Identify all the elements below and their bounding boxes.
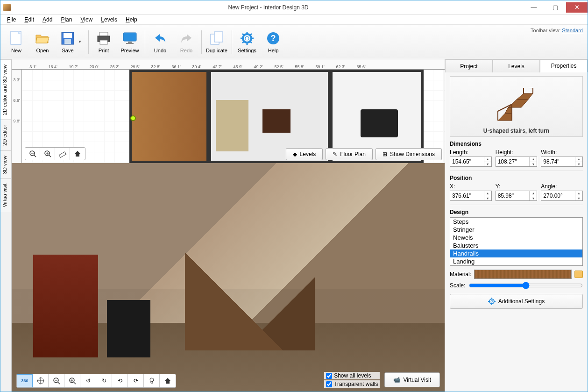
design-components-list[interactable]: Steps Stringer Newels Balusters Handrail… — [450, 217, 583, 266]
floorplan-button[interactable]: ✎Floor Plan — [326, 148, 373, 160]
svg-line-29 — [49, 155, 51, 157]
toolbar-view-link[interactable]: Standard — [562, 28, 583, 33]
browse-material-button[interactable] — [574, 271, 583, 278]
titlebar: New Project - Interior Design 3D — ▢ ✕ — [0, 0, 588, 14]
material-label: Material: — [450, 271, 471, 278]
minimize-button[interactable]: — — [523, 2, 545, 13]
camera-icon: 📹 — [393, 377, 400, 383]
render-3d-view[interactable]: 360 ↺ ↻ ⟲ ⟳ Show all levels Transparent … — [12, 163, 445, 392]
list-item[interactable]: Landing — [450, 257, 582, 265]
print-button[interactable]: Print — [91, 27, 117, 57]
monitor-icon — [122, 31, 137, 46]
length-input[interactable]: ▲▼ — [450, 157, 492, 167]
scale-slider[interactable] — [469, 282, 583, 289]
svg-line-19 — [242, 34, 244, 36]
svg-rect-8 — [123, 33, 136, 41]
height-input[interactable]: ▲▼ — [496, 157, 538, 167]
svg-rect-10 — [126, 43, 134, 44]
zoom-out-3d-button[interactable] — [49, 374, 64, 387]
transparent-walls-checkbox[interactable]: Transparent walls — [324, 380, 380, 388]
menu-plan[interactable]: Plan — [57, 15, 76, 24]
list-item-selected[interactable]: Handrails — [450, 249, 582, 257]
close-button[interactable]: ✕ — [566, 2, 588, 13]
tab-3d-view[interactable]: 3D view — [0, 150, 11, 178]
pan-button[interactable] — [33, 374, 49, 387]
dimensions-header: Dimensions — [450, 141, 583, 147]
show-all-levels-checkbox[interactable]: Show all levels — [324, 372, 380, 379]
duplicate-button[interactable]: Duplicate — [204, 27, 230, 57]
tilt-up-button[interactable]: ⟲ — [112, 374, 128, 387]
svg-rect-32 — [59, 152, 66, 157]
tab-project[interactable]: Project — [445, 59, 493, 72]
measure-button[interactable] — [55, 148, 70, 160]
3d-toolbar: 360 ↺ ↻ ⟲ ⟳ — [16, 374, 176, 388]
maximize-button[interactable]: ▢ — [545, 2, 566, 13]
menu-levels[interactable]: Levels — [97, 15, 121, 24]
panel-tabs: Project Levels Properties — [445, 59, 588, 72]
virtual-visit-button[interactable]: 📹Virtual Visit — [384, 372, 440, 387]
save-button[interactable]: Save ▼ — [56, 27, 86, 57]
tab-virtual-visit[interactable]: Virtua visit — [0, 178, 11, 212]
spin-down-icon[interactable]: ▼ — [484, 162, 491, 167]
tab-properties[interactable]: Properties — [540, 59, 588, 72]
svg-rect-12 — [214, 32, 223, 42]
tab-levels[interactable]: Levels — [493, 59, 540, 72]
additional-settings-button[interactable]: Additional Settings — [450, 294, 583, 309]
svg-point-40 — [150, 378, 154, 382]
ruler-vertical: 3.3'6.6'9.8' — [12, 70, 22, 163]
light-button[interactable] — [144, 374, 160, 387]
svg-line-20 — [250, 41, 252, 43]
floorplan-canvas[interactable]: ◆Levels ✎Floor Plan ⊞Show Dimensions — [22, 70, 445, 163]
spin-up-icon[interactable]: ▲ — [484, 157, 491, 162]
plan-2d-view[interactable]: 3.3'6.6'9.8' — [12, 70, 445, 163]
list-item[interactable]: Steps — [450, 218, 582, 226]
new-button[interactable]: New — [3, 27, 29, 57]
stairs-icon — [489, 88, 545, 125]
object-preview: U-shaped stairs, left turn — [450, 76, 583, 137]
material-swatch[interactable] — [474, 270, 572, 279]
preview-button[interactable]: Preview — [117, 27, 143, 57]
canvas-area: -3.1'16.4'19.7'23.0'26.2'29.5'32.8'36.1'… — [12, 59, 445, 392]
svg-line-21 — [250, 34, 252, 36]
360-view-button[interactable]: 360 — [17, 374, 33, 387]
show-dimensions-button[interactable]: ⊞Show Dimensions — [375, 148, 442, 160]
main-toolbar: New Open Save ▼ Print Preview Undo — [0, 25, 588, 59]
menu-view[interactable]: View — [77, 15, 96, 24]
home-view-button[interactable] — [70, 148, 85, 160]
menu-edit[interactable]: Edit — [21, 15, 38, 24]
menu-help[interactable]: Help — [122, 15, 141, 24]
levels-button[interactable]: ◆Levels — [286, 148, 323, 160]
undo-button[interactable]: Undo — [147, 27, 173, 57]
zoom-in-button[interactable] — [40, 148, 55, 160]
zoom-in-3d-button[interactable] — [64, 374, 80, 387]
tilt-down-button[interactable]: ⟳ — [128, 374, 144, 387]
menu-add[interactable]: Add — [39, 15, 56, 24]
list-item[interactable]: Balusters — [450, 242, 582, 249]
rotate-left-button[interactable]: ↺ — [80, 374, 96, 387]
y-input[interactable]: ▲▼ — [496, 191, 538, 201]
redo-button[interactable]: Redo — [173, 27, 199, 57]
svg-rect-3 — [64, 33, 72, 38]
svg-rect-4 — [64, 39, 71, 44]
home-3d-button[interactable] — [160, 374, 176, 387]
width-input[interactable]: ▲▼ — [541, 157, 583, 167]
toolbar-view-selector: Toolbar view: Standard — [531, 28, 583, 33]
save-dropdown-icon[interactable]: ▼ — [78, 40, 82, 44]
menu-file[interactable]: File — [3, 15, 20, 24]
list-item[interactable]: Newels — [450, 234, 582, 242]
ruler-horizontal: -3.1'16.4'19.7'23.0'26.2'29.5'32.8'36.1'… — [12, 59, 445, 70]
angle-input[interactable]: ▲▼ — [541, 191, 583, 201]
settings-button[interactable]: Settings — [234, 27, 260, 57]
open-button[interactable]: Open — [29, 27, 56, 57]
rotate-right-button[interactable]: ↻ — [96, 374, 112, 387]
tab-2d-editor[interactable]: 2D editor — [0, 120, 11, 150]
svg-rect-9 — [128, 42, 132, 43]
tab-2d-and-3d[interactable]: 2D editor and 3D view — [0, 59, 11, 120]
svg-marker-41 — [498, 114, 512, 121]
x-input[interactable]: ▲▼ — [450, 191, 492, 201]
list-item[interactable]: Stringer — [450, 226, 582, 234]
zoom-out-button[interactable] — [25, 148, 40, 160]
svg-point-14 — [245, 36, 249, 40]
help-button[interactable]: ? Help — [260, 27, 286, 57]
gear-icon — [488, 298, 496, 305]
